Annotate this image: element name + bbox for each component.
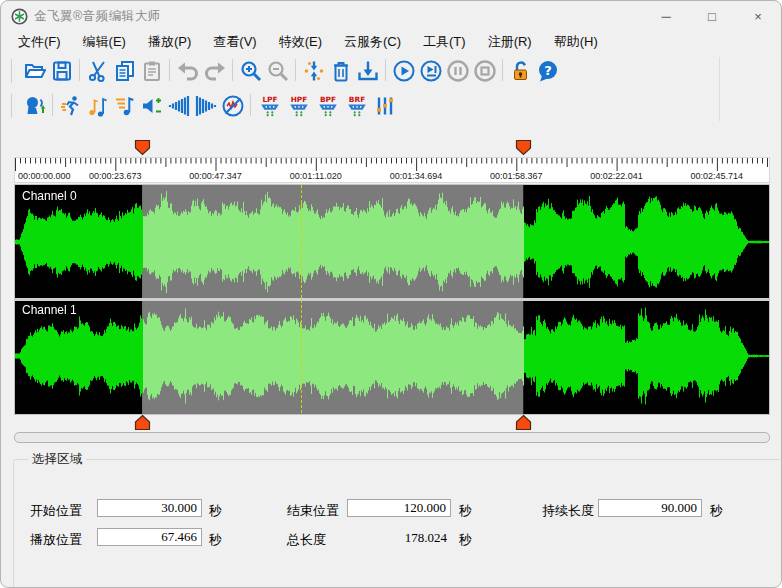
time-ruler[interactable]: 00:00:00.00000:00:23.67300:00:47.34700:0…: [14, 157, 770, 183]
duration-unit: 秒: [710, 502, 723, 520]
ruler-time-label: 00:00:00.000: [18, 171, 71, 181]
selection-panel-title: 选择区域: [28, 451, 86, 468]
fade-in-icon: [167, 94, 191, 118]
low-pass-filter-button[interactable]: LPF: [255, 92, 284, 120]
stop-button[interactable]: [471, 57, 498, 85]
play-button[interactable]: [390, 57, 417, 85]
menu-item-6[interactable]: 云服务(C): [333, 31, 412, 53]
ruler-time-label: 00:00:23.673: [89, 171, 142, 181]
stop-icon: [473, 59, 497, 83]
end-position-unit: 秒: [459, 502, 472, 520]
selection-end-marker-top[interactable]: [515, 139, 532, 156]
pause-button[interactable]: [444, 57, 471, 85]
ruler-time-label: 00:02:45.714: [691, 171, 744, 181]
play-selection-button[interactable]: [417, 57, 444, 85]
maximize-button[interactable]: □: [689, 1, 735, 31]
channel-1-label: Channel 1: [22, 303, 77, 317]
waveform-display[interactable]: Channel 0 Channel 1: [14, 184, 770, 415]
toolbar-gripper: [11, 94, 16, 118]
equalizer-button[interactable]: [371, 92, 398, 120]
toolbar-separator: [381, 59, 390, 83]
fade-out-button[interactable]: [192, 92, 219, 120]
start-position-input[interactable]: [97, 499, 202, 517]
selection-end-marker-bottom[interactable]: [515, 414, 532, 431]
selection-start-marker-bottom[interactable]: [134, 414, 151, 431]
paste-button[interactable]: [138, 57, 165, 85]
volume-button[interactable]: [138, 92, 165, 120]
play-position-unit: 秒: [209, 531, 222, 549]
svg-text:?: ?: [544, 63, 552, 78]
paste-icon: [140, 59, 164, 83]
menu-item-3[interactable]: 播放(P): [137, 31, 202, 53]
svg-text:BRF: BRF: [348, 95, 364, 104]
menu-item-8[interactable]: 注册(R): [477, 31, 543, 53]
undo-button[interactable]: [174, 57, 201, 85]
tempo-button[interactable]: [57, 92, 84, 120]
toolbar-separator: [228, 59, 237, 83]
copy-icon: [113, 59, 137, 83]
band-pass-filter-icon: BPF: [316, 94, 340, 118]
pitch-button[interactable]: [84, 92, 111, 120]
selection-start-marker-top[interactable]: [134, 139, 151, 156]
lock-button[interactable]: [507, 57, 534, 85]
pause-icon: [446, 59, 470, 83]
save-button[interactable]: [48, 57, 75, 85]
shrink-selection-icon: [302, 59, 326, 83]
fade-out-icon: [194, 94, 218, 118]
ruler-time-label: 00:01:58.367: [490, 171, 543, 181]
title-bar: 金飞翼®音频编辑大师 ─ □ ×: [1, 1, 781, 31]
extract-selection-icon: [356, 59, 380, 83]
duration-input[interactable]: [598, 499, 702, 517]
high-pass-filter-button[interactable]: HPF: [284, 92, 313, 120]
start-position-unit: 秒: [209, 502, 222, 520]
band-reject-filter-button[interactable]: BRF: [342, 92, 371, 120]
play-position-input[interactable]: [97, 528, 202, 546]
menu-bar: 文件(F)编辑(E)播放(P)查看(V)特效(E)云服务(C)工具(T)注册(R…: [1, 31, 781, 53]
equalizer-icon: [373, 94, 397, 118]
ruler-time-label: 00:01:11.020: [290, 171, 342, 181]
app-window: 金飞翼®音频编辑大师 ─ □ × 文件(F)编辑(E)播放(P)查看(V)特效(…: [0, 0, 782, 588]
play-position-label: 播放位置: [30, 531, 82, 549]
playback-position-line: [301, 185, 302, 413]
end-position-input[interactable]: [347, 499, 451, 517]
redo-icon: [203, 59, 227, 83]
end-position-label: 结束位置: [287, 502, 339, 520]
menu-item-5[interactable]: 特效(E): [268, 31, 333, 53]
menu-item-4[interactable]: 查看(V): [202, 31, 267, 53]
zoom-out-button[interactable]: [264, 57, 291, 85]
high-pass-filter-icon: HPF: [287, 94, 311, 118]
denoise-button[interactable]: [219, 92, 246, 120]
menu-item-9[interactable]: 帮助(H): [543, 31, 609, 53]
minimize-button[interactable]: ─: [643, 1, 689, 31]
channel-0-label: Channel 0: [22, 189, 77, 203]
toolbar-end-divider: [719, 57, 720, 121]
selection-panel: 选择区域 开始位置 秒 结束位置 秒 持续长度 秒 播放位置 秒 总长度 178…: [13, 451, 782, 588]
lock-icon: [509, 59, 533, 83]
open-button[interactable]: [21, 57, 48, 85]
close-button[interactable]: ×: [735, 1, 781, 31]
menu-item-1[interactable]: 文件(F): [7, 31, 72, 53]
help-button[interactable]: ?: [534, 57, 561, 85]
fade-in-button[interactable]: [165, 92, 192, 120]
shrink-selection-button[interactable]: [300, 57, 327, 85]
cut-icon: [86, 59, 110, 83]
svg-text:LPF: LPF: [262, 95, 277, 104]
menu-item-7[interactable]: 工具(T): [412, 31, 477, 53]
zoom-in-button[interactable]: [237, 57, 264, 85]
redo-button[interactable]: [201, 57, 228, 85]
cut-button[interactable]: [84, 57, 111, 85]
menu-item-2[interactable]: 编辑(E): [72, 31, 137, 53]
extract-selection-button[interactable]: [354, 57, 381, 85]
delete-button[interactable]: [327, 57, 354, 85]
app-logo-icon: [11, 8, 28, 25]
horizontal-scrollbar[interactable]: [14, 432, 770, 443]
undo-icon: [176, 59, 200, 83]
toolbar-separator: [75, 59, 84, 83]
low-pass-filter-icon: LPF: [258, 94, 282, 118]
rate-button[interactable]: [111, 92, 138, 120]
band-pass-filter-button[interactable]: BPF: [313, 92, 342, 120]
voice-button[interactable]: [21, 92, 48, 120]
toolbar-separator: [291, 59, 300, 83]
ruler-time-label: 00:01:34.694: [390, 171, 443, 181]
copy-button[interactable]: [111, 57, 138, 85]
